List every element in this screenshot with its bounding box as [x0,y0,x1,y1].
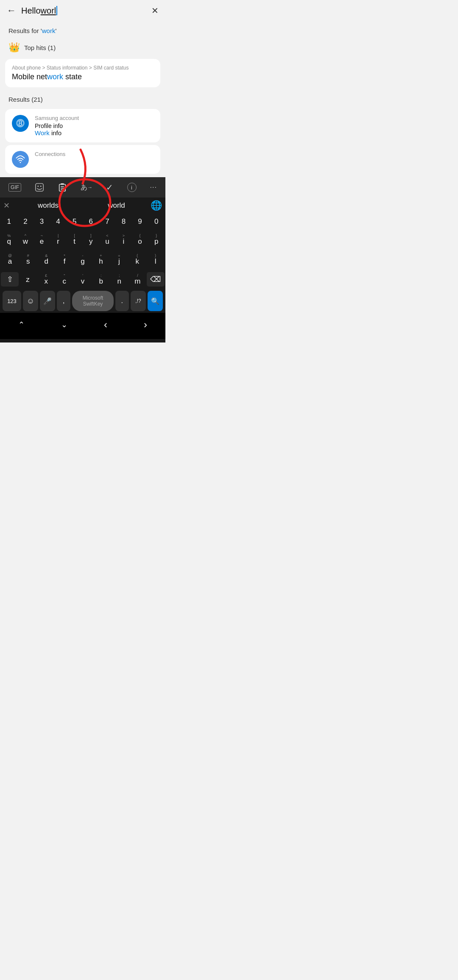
key-2[interactable]: 2 [17,215,34,228]
key-1[interactable]: 1 [1,215,17,228]
key-3[interactable]: 3 [34,215,50,228]
sticker-button[interactable] [31,181,47,194]
key-8[interactable]: 8 [115,215,132,228]
key-a[interactable]: @a [1,251,19,267]
comma-key[interactable]: , [57,291,70,311]
key-x[interactable]: £x [37,271,55,287]
suggestion-world[interactable]: world [82,201,151,210]
key-e[interactable]: ~e [34,231,50,248]
key-6[interactable]: 6 [83,215,99,228]
space-key[interactable]: Microsoft SwiftKey [72,291,113,311]
key-m[interactable]: /m [128,271,147,287]
key-n[interactable]: ;n [110,271,128,287]
nav-left[interactable]: ‹ [97,317,114,332]
key-t[interactable]: [t [66,231,83,248]
key-h[interactable]: +h [92,251,110,267]
result-item-connections[interactable]: Connections [5,145,160,174]
result-text-samsung: Samsung account Profile info Work info [35,115,154,136]
number-row: 1 2 3 4 5 6 7 8 9 0 [0,214,165,229]
emoji-key[interactable]: ☺ [23,291,38,311]
crown-icon: 👑 [8,42,20,53]
key-k[interactable]: (k [128,251,146,267]
samsung-result-name: Work info [35,129,154,136]
samsung-name-highlighted: Work [35,129,50,136]
key-v[interactable]: 'v [73,271,92,287]
key-r[interactable]: |r [50,231,67,248]
key-w[interactable]: ^w [17,231,34,248]
connections-category: Connections [35,151,154,157]
search-key[interactable]: 🔍 [148,291,163,311]
nav-right[interactable]: › [137,317,154,332]
samsung-icon-glyph: ⓼ [16,119,25,128]
nav-up[interactable]: ⌃ [11,318,31,331]
keyboard-toolbar: GIF あ→ ✓ i [0,177,165,198]
key-i[interactable]: >i [115,231,132,248]
top-hits-header: 👑 Top hits (1) [0,39,165,56]
key-y[interactable]: ]y [83,231,99,248]
back-button[interactable]: ← [7,5,16,16]
key-s[interactable]: #s [19,251,37,267]
suggestion-words[interactable]: worlds [14,201,82,210]
results-for-label: Results for 'work' [0,21,165,39]
clipboard-button[interactable] [54,181,70,194]
result-item-samsung[interactable]: ⓼ Samsung account Profile info Work info [5,109,160,142]
bottom-row: 123 ☺ 🎤 , Microsoft SwiftKey . ,!? 🔍 [0,289,165,313]
results-for-prefix: Results for ' [8,27,42,34]
key-l[interactable]: )l [146,251,165,267]
key-u[interactable]: <u [99,231,116,248]
svg-point-4 [40,186,42,187]
search-bar: ← Hello worl ✕ [0,0,165,21]
svg-point-0 [20,162,21,163]
connections-icon [12,151,29,168]
key-5[interactable]: 5 [66,215,83,228]
breadcrumb: About phone > Status information > SIM c… [12,65,154,71]
key-g[interactable]: -g [74,251,92,267]
shift-key[interactable]: ⇧ [1,272,19,287]
card-title-prefix: Mobile net [12,72,47,81]
check-button[interactable]: ✓ [103,181,117,194]
key-d[interactable]: &d [37,251,56,267]
samsung-category: Samsung account [35,115,154,121]
suggestions-close[interactable]: ✕ [3,201,10,210]
samsung-name-suffix: info [50,129,61,136]
top-hit-card[interactable]: About phone > Status information > SIM c… [5,59,160,87]
results-for-suffix: ' [55,27,56,34]
search-input-container: Hello worl [21,6,146,16]
num-switch-key[interactable]: 123 [3,291,21,311]
results-count-label: Results (21) [0,90,165,106]
period-key[interactable]: . [115,291,129,311]
key-p[interactable]: }p [148,231,165,248]
keyboard: GIF あ→ ✓ i [0,177,165,342]
asdf-row: @a #s &d *f -g +h =j (k )l [0,249,165,269]
suggestions-row: ✕ worlds world 🌐 [0,198,165,214]
nav-down[interactable]: ⌄ [54,318,74,331]
results-area: Results for 'work' 👑 Top hits (1) About … [0,21,165,174]
key-0[interactable]: 0 [148,215,165,228]
card-title-suffix: state [63,72,82,81]
mic-key[interactable]: 🎤 [40,291,55,311]
excl-key[interactable]: ,!? [131,291,146,311]
info-button[interactable]: i [124,181,140,194]
key-f[interactable]: *f [56,251,74,267]
key-9[interactable]: 9 [132,215,148,228]
key-j[interactable]: =j [110,251,128,267]
key-c[interactable]: "c [55,271,73,287]
globe-icon: 🌐 [151,200,162,211]
close-button[interactable]: ✕ [151,6,159,16]
key-b[interactable]: :b [92,271,110,287]
translate-button[interactable]: あ→ [77,181,96,194]
zxcv-row: ⇧ z £x "c 'v :b ;n /m ⌫ [0,269,165,289]
search-text-prefix: Hello [21,6,41,16]
result-text-connections: Connections [35,151,154,159]
gif-button[interactable]: GIF [5,181,25,193]
svg-rect-5 [59,184,66,192]
results-for-highlighted: work [42,27,56,34]
key-q[interactable]: %q [1,231,17,248]
delete-key[interactable]: ⌫ [147,272,165,287]
key-7[interactable]: 7 [99,215,116,228]
key-o[interactable]: {o [132,231,148,248]
more-button[interactable]: ··· [147,182,160,193]
bottom-navigation: ⌃ ⌄ ‹ › [0,313,165,339]
key-4[interactable]: 4 [50,215,67,228]
key-z[interactable]: z [19,273,37,286]
